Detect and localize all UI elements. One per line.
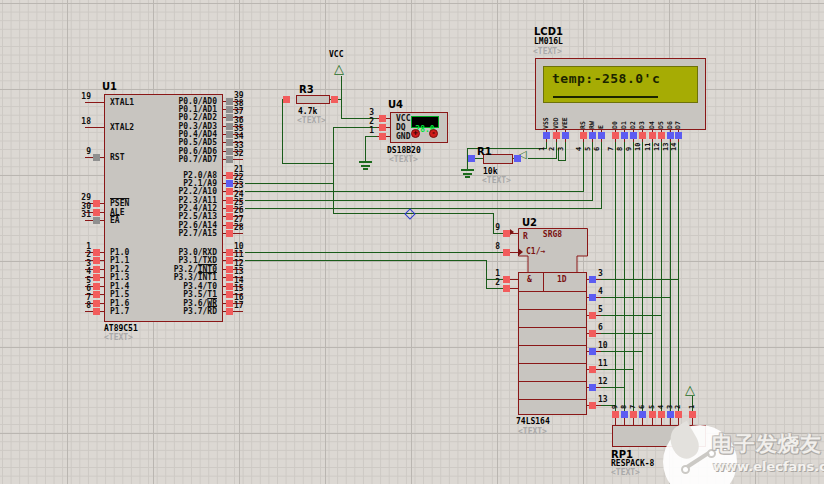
wire[interactable] [546, 141, 547, 149]
r3-ref-label: R3 [299, 84, 314, 95]
u1-pin-label: P2.5/A13 [130, 212, 217, 221]
wire[interactable] [486, 288, 504, 289]
u2-value-label: 74LS164 [516, 417, 550, 426]
wire[interactable] [245, 208, 602, 209]
u2-reset-entry-icon [510, 229, 514, 235]
vcc-arrow-icon: △ [685, 383, 695, 396]
increment-button[interactable]: + [411, 129, 420, 138]
wire[interactable] [615, 140, 616, 412]
u2-cell-divider [518, 363, 587, 364]
wire[interactable] [245, 252, 504, 253]
u2-pin-number: 10 [598, 342, 608, 350]
pin-state-square [468, 155, 475, 162]
pin-state-square [226, 188, 233, 195]
pin-state-square [580, 132, 587, 139]
lcd-pin-number: 12 [653, 139, 661, 151]
wire[interactable] [652, 140, 653, 412]
r1-text-placeholder: <TEXT> [482, 176, 511, 185]
u2-pin-number: 2 [478, 279, 500, 287]
wire[interactable] [341, 76, 342, 119]
r3-body[interactable] [296, 95, 330, 104]
wire[interactable] [245, 260, 487, 261]
u1-pin-stub[interactable] [85, 102, 105, 103]
wire[interactable] [245, 191, 584, 192]
wire[interactable] [596, 279, 679, 280]
wire[interactable] [624, 140, 625, 412]
pin-state-square [589, 294, 596, 301]
u1-pin-label: P1.3 [110, 273, 129, 282]
vcc-arrow-icon: △ [334, 62, 344, 75]
rp1-pin-number: 2 [674, 397, 682, 409]
wire[interactable] [633, 140, 634, 412]
wire[interactable] [245, 183, 334, 184]
u1-pin-number: 9 [58, 148, 91, 156]
u1-pin-number: 32 [234, 150, 244, 158]
lcd-pin-name: D3 [638, 103, 646, 129]
u2-body[interactable] [518, 272, 587, 415]
u2-pin-number: 8 [478, 243, 500, 251]
rp1-pin-number: 1 [688, 397, 696, 409]
wire[interactable] [670, 140, 671, 412]
pin-state-square [93, 257, 100, 264]
u4-pin-label: DQ [396, 123, 406, 132]
u1-value-label: AT89C51 [104, 324, 138, 333]
rp1-text-placeholder: <TEXT> [611, 468, 640, 477]
wire[interactable] [661, 140, 662, 412]
wire[interactable] [678, 140, 679, 412]
wire[interactable] [601, 140, 602, 209]
pin-state-square [649, 132, 656, 139]
rp1-pin-number: 5 [648, 397, 656, 409]
wire[interactable] [365, 136, 366, 161]
lcd-pin-number: 3 [557, 139, 565, 151]
u1-pin-number: 28 [234, 224, 244, 232]
pin-state-square [553, 132, 560, 139]
u1-pin-stub[interactable] [85, 127, 105, 128]
u1-pin-number: 11 [234, 251, 244, 259]
u4-pin-number: 3 [362, 109, 374, 117]
origin-marker-icon [404, 208, 415, 219]
watermark-brand-text: 电子发烧友 [712, 430, 822, 458]
pin-state-square [226, 131, 233, 138]
pin-state-square [226, 257, 233, 264]
pin-state-square [226, 106, 233, 113]
wire[interactable] [245, 200, 593, 201]
decrement-button[interactable]: - [429, 129, 438, 138]
lcd-pin-name: D7 [674, 103, 682, 129]
lcd-pin-name: D2 [629, 103, 637, 129]
lcd-pin-name: VEE [561, 103, 569, 129]
wire[interactable] [565, 141, 566, 161]
u1-pin-label: P3.3/INT1 [130, 273, 217, 282]
u1-pin-label: EA [110, 216, 120, 225]
u1-pin-label: PSEN [110, 199, 129, 208]
u2-cell-divider [518, 309, 587, 310]
wire[interactable] [282, 99, 283, 164]
u1-pin-label: P3.7/RD [130, 307, 217, 316]
watermark-url-text: www.elecfans.com [713, 459, 824, 474]
pin-state-square [589, 330, 596, 337]
wire[interactable] [282, 163, 334, 164]
logo-node-icon [681, 465, 690, 474]
u1-pin-number: 31 [58, 211, 91, 219]
u1-pin-number: 34 [234, 133, 244, 141]
wire[interactable] [558, 160, 566, 161]
lcd-pin-name: D6 [666, 103, 674, 129]
logo-node-icon [707, 449, 716, 458]
wire[interactable] [528, 158, 557, 159]
wire[interactable] [642, 140, 643, 412]
pin-state-square [639, 411, 646, 418]
rp1-body[interactable] [612, 425, 706, 447]
rp1-pin-number: 7 [629, 397, 637, 409]
pin-state-square [379, 133, 386, 140]
lcd-pin-number: 10 [634, 139, 642, 151]
pin-state-square [589, 384, 596, 391]
ds18b20-temperature-display: 28.0 [411, 116, 439, 128]
pin-state-square [226, 283, 233, 290]
u4-pin-label: GND [396, 132, 410, 141]
pin-state-square [226, 291, 233, 298]
pin-state-square [226, 300, 233, 307]
u1-pin-number: 23 [234, 182, 244, 190]
wire[interactable] [596, 351, 643, 352]
pin-state-square [93, 154, 100, 161]
rp1-pin-number: 9 [611, 397, 619, 409]
u1-text-placeholder: <TEXT> [104, 333, 133, 342]
